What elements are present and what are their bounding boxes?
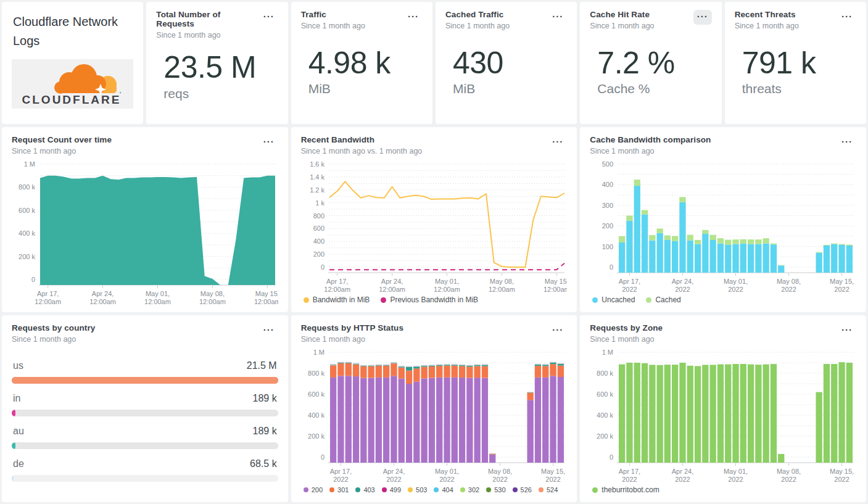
- ellipsis-icon[interactable]: ···: [548, 10, 567, 25]
- svg-text:1 M: 1 M: [313, 349, 324, 356]
- svg-text:2022: 2022: [782, 476, 796, 483]
- panel-subtitle: Since 1 month ago: [735, 22, 799, 30]
- svg-text:Apr 17,: Apr 17,: [326, 278, 348, 285]
- svg-text:2022: 2022: [729, 286, 743, 293]
- svg-text:200: 200: [602, 222, 613, 229]
- svg-text:Apr 17,: Apr 17,: [329, 468, 351, 475]
- stat-unit: Cache %: [597, 81, 711, 96]
- panel-title: Recent Bandwidth: [301, 135, 423, 144]
- svg-text:1 k: 1 k: [315, 199, 324, 207]
- legend-label: 499: [390, 486, 401, 494]
- country-label: us: [13, 360, 23, 371]
- panel-subtitle: Since 1 month ago: [590, 22, 654, 30]
- ellipsis-icon[interactable]: ···: [260, 323, 278, 338]
- legend-item-524[interactable]: 524: [539, 486, 558, 494]
- legend-label: 524: [547, 486, 558, 494]
- legend-item-200[interactable]: 200: [304, 486, 323, 494]
- request-count-chart[interactable]: 0200 k400 k600 k800 k1 MApr 17,12:00amAp…: [12, 158, 278, 306]
- legend-item-404[interactable]: 404: [434, 486, 453, 494]
- ellipsis-icon[interactable]: ···: [404, 10, 423, 25]
- svg-text:200 k: 200 k: [308, 432, 324, 440]
- legend-item-530[interactable]: 530: [486, 486, 505, 494]
- svg-text:May 08,: May 08,: [200, 290, 225, 297]
- svg-text:2022: 2022: [333, 476, 348, 483]
- legend-dot: [646, 297, 651, 303]
- requests-by-zone-chart[interactable]: 0200 k400 k600 k800 k1 MApr 17,2022Apr 2…: [590, 346, 856, 484]
- legend-item-previous-bandwidth-in-mib[interactable]: Previous Bandwidth in MiB: [381, 295, 478, 304]
- legend-item-301[interactable]: 301: [329, 486, 349, 494]
- cloudflare-logo-text: CLOUDFLARE: [22, 93, 121, 106]
- legend-label: 530: [494, 486, 505, 494]
- panel-title: Requests by HTTP Status: [301, 323, 403, 333]
- country-value: 21.5 M: [247, 360, 277, 371]
- svg-text:400: 400: [602, 181, 613, 188]
- legend-label: 200: [312, 486, 323, 494]
- cache-bandwidth-svg: 0100200300400500Apr 17,2022Apr 24,2022Ma…: [590, 158, 856, 294]
- stat-value: 23.5 M: [163, 51, 278, 84]
- legend-dot: [460, 487, 465, 492]
- country-label: in: [13, 393, 20, 404]
- svg-text:800: 800: [313, 212, 324, 220]
- svg-text:2022: 2022: [545, 476, 560, 483]
- legend-dot: [408, 487, 413, 492]
- panel-subtitle: Since 1 month ago: [590, 335, 663, 344]
- svg-text:600: 600: [313, 225, 324, 232]
- ellipsis-icon[interactable]: ···: [693, 10, 712, 25]
- stat-unit: MiB: [453, 81, 567, 96]
- ellipsis-icon[interactable]: ···: [260, 10, 278, 25]
- panel-cached-traffic: Cached Traffic Since 1 month ago ··· 430…: [436, 2, 577, 124]
- ellipsis-icon[interactable]: ···: [838, 135, 856, 150]
- legend-dot: [381, 297, 386, 303]
- ellipsis-icon[interactable]: ···: [548, 323, 567, 338]
- svg-text:2022: 2022: [492, 476, 507, 483]
- country-bar-track[interactable]: [12, 475, 278, 482]
- panel-traffic: Traffic Since 1 month ago ··· 4.98 k MiB: [291, 2, 432, 124]
- country-bar-track[interactable]: [12, 442, 278, 449]
- legend-dot: [382, 487, 387, 492]
- panel-cache-bandwidth: Cache Bandwidth comparison Since 1 month…: [580, 127, 866, 312]
- country-bar-fill: [12, 475, 14, 482]
- svg-text:1.2 k: 1.2 k: [310, 186, 324, 194]
- svg-text:2022: 2022: [386, 476, 401, 483]
- ellipsis-icon[interactable]: ···: [260, 135, 278, 150]
- svg-text:200: 200: [313, 250, 324, 258]
- svg-text:0: 0: [31, 276, 35, 283]
- svg-text:0: 0: [610, 263, 613, 271]
- svg-text:Apr 24,: Apr 24,: [381, 278, 403, 285]
- legend-item-cached[interactable]: Cached: [646, 295, 680, 304]
- recent-bandwidth-chart[interactable]: 02004006008001 k1.2 k1.4 k1.6 kApr 17,12…: [301, 158, 568, 294]
- svg-text:500: 500: [602, 160, 613, 168]
- panel-subtitle: Since 1 month ago: [445, 22, 510, 30]
- svg-text:1 M: 1 M: [602, 349, 613, 356]
- legend-item-503[interactable]: 503: [408, 486, 427, 494]
- svg-text:12:00am: 12:00am: [89, 298, 116, 305]
- panel-request-count: Request Count over time Since 1 month ag…: [2, 127, 288, 312]
- country-bar-track[interactable]: [12, 377, 278, 384]
- ellipsis-icon[interactable]: ···: [838, 323, 856, 338]
- svg-text:0: 0: [321, 263, 324, 271]
- legend-item-403[interactable]: 403: [355, 486, 374, 494]
- legend-item-302[interactable]: 302: [460, 486, 479, 494]
- cloudflare-logo-trademark: ': [120, 91, 121, 98]
- ellipsis-icon[interactable]: ···: [838, 10, 856, 25]
- legend-item-499[interactable]: 499: [382, 486, 401, 494]
- requests-by-http-status-chart[interactable]: 0200 k400 k600 k800 k1 MApr 17,2022Apr 2…: [301, 346, 568, 484]
- svg-text:2022: 2022: [622, 476, 637, 483]
- legend-label: 301: [337, 486, 349, 494]
- legend-dot: [592, 297, 598, 303]
- stat-unit: MiB: [308, 81, 423, 96]
- ellipsis-icon[interactable]: ···: [548, 135, 567, 150]
- country-bar-track[interactable]: [12, 410, 278, 416]
- svg-text:May 15,: May 15,: [830, 468, 854, 475]
- legend-label: 404: [442, 486, 453, 494]
- legend-item-526[interactable]: 526: [513, 486, 532, 494]
- request-count-svg: 0200 k400 k600 k800 k1 MApr 17,12:00amAp…: [12, 158, 278, 306]
- svg-text:May 08,: May 08,: [489, 278, 513, 285]
- cache-bandwidth-chart[interactable]: 0100200300400500Apr 17,2022Apr 24,2022Ma…: [590, 158, 856, 294]
- legend-item-bandwidth-in-mib[interactable]: Bandwidth in MiB: [304, 295, 370, 304]
- svg-text:2022: 2022: [439, 476, 454, 483]
- legend-item-uncached[interactable]: Uncached: [592, 295, 635, 304]
- legend-item-theburritobot.com[interactable]: theburritobot.com: [592, 485, 659, 494]
- panel-recent-threats: Recent Threats Since 1 month ago ··· 791…: [725, 2, 866, 124]
- panel-title: Cache Bandwidth comparison: [590, 135, 711, 144]
